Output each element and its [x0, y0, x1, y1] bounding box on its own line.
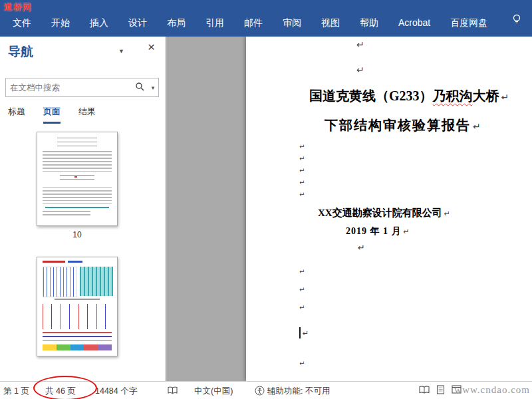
document-title-line1: 国道克黄线（G233）乃积沟大桥↵ [309, 87, 509, 105]
thumbnail-figure-rebar [43, 267, 77, 297]
document-date-line: 2019 年 1 月↵ [346, 225, 410, 237]
thumbnail-formula-graphic [57, 138, 97, 147]
title-text: 下部结构审核验算报告 [325, 118, 471, 132]
paragraph-mark: ↵ [299, 360, 305, 367]
nav-close-icon[interactable]: × [148, 40, 155, 55]
ribbon-tab-references[interactable]: 引用 [196, 14, 234, 33]
read-mode-icon[interactable] [419, 385, 430, 396]
search-dropdown-icon[interactable]: ▾ [148, 84, 158, 91]
proofing-icon[interactable] [168, 386, 178, 397]
status-language[interactable]: 中文(中国) [194, 386, 233, 397]
paragraph-mark: ↵ [501, 92, 509, 102]
accessibility-icon[interactable] [255, 386, 265, 398]
ribbon-tab-help[interactable]: 帮助 [350, 14, 388, 33]
nav-dropdown-icon[interactable]: ▼ [118, 48, 124, 55]
search-input[interactable] [6, 83, 132, 92]
status-bar: 第 1 页 共 46 页 14484 个字 中文(中国) 辅助功能: 不可用 [0, 381, 532, 399]
nav-pane-title: 导航 [8, 43, 33, 61]
page-thumbnail-11[interactable] [37, 257, 118, 356]
thumbnail-text-graphic [43, 151, 112, 172]
search-box[interactable]: ▾ [5, 78, 159, 97]
thumbnail-formula-graphic [60, 175, 94, 183]
ribbon-tab-file[interactable]: 文件 [3, 14, 41, 33]
thumbnail-text-graphic [43, 187, 112, 204]
status-word-count[interactable]: 14484 个字 [95, 386, 137, 397]
thumbnail-heading-graphic [68, 261, 82, 263]
paragraph-mark: ↵ [473, 121, 481, 132]
ribbon: 道桥网 文件 开始 插入 设计 布局 引用 邮件 审阅 视图 帮助 Acroba… [0, 0, 532, 37]
thumbnail-teal-line [45, 207, 109, 208]
paragraph-mark: ↵ [299, 304, 305, 311]
watermark-top-left: 道桥网 [4, 1, 32, 13]
paragraph-mark: ↵ [358, 243, 365, 253]
title-text-spellcheck: 乃积沟 [433, 88, 473, 103]
thumbnail-figure-piers [43, 304, 112, 329]
paragraph-mark: ↵ [356, 39, 364, 50]
paragraph-mark: ↵ [299, 268, 305, 275]
paragraph-mark: ↵ [299, 155, 305, 162]
paragraph-mark: ↵ [444, 209, 450, 218]
text-cursor [299, 327, 301, 338]
document-title-line2: 下部结构审核验算报告↵ [325, 116, 481, 134]
paragraph-mark: ↵ [303, 329, 309, 338]
ribbon-tab-design[interactable]: 设计 [118, 14, 157, 33]
ribbon-tab-acrobat[interactable]: Acrobat [388, 14, 440, 33]
ribbon-tab-baidu-netdisk[interactable]: 百度网盘 [440, 14, 497, 33]
nav-tabs: 标题 页面 结果 [8, 106, 96, 124]
paragraph-mark: ↵ [299, 286, 305, 293]
nav-tab-results[interactable]: 结果 [78, 106, 96, 124]
thumbnail-heading-graphic [43, 261, 65, 263]
nav-tab-pages[interactable]: 页面 [43, 106, 61, 124]
ribbon-tab-bar: 文件 开始 插入 设计 布局 引用 邮件 审阅 视图 帮助 Acrobat 百度… [3, 14, 497, 33]
lightbulb-icon[interactable] [511, 13, 523, 28]
word-window: 道桥网 文件 开始 插入 设计 布局 引用 邮件 审阅 视图 帮助 Acroba… [0, 0, 532, 399]
date-text: 2019 年 1 月 [346, 226, 402, 236]
watermark-bottom-right: www.cndao.com [454, 384, 530, 396]
thumbnail-red-mark [74, 176, 77, 178]
paragraph-mark: ↵ [356, 65, 364, 75]
search-icon[interactable] [132, 82, 148, 94]
page-thumbnail-10[interactable] [37, 132, 118, 226]
paragraph-mark: ↵ [299, 179, 305, 186]
status-accessibility[interactable]: 辅助功能: 不可用 [267, 386, 330, 397]
ribbon-tab-home[interactable]: 开始 [41, 14, 80, 33]
status-page-number[interactable]: 第 1 页 [3, 386, 29, 397]
ribbon-tab-layout[interactable]: 布局 [157, 14, 196, 33]
thumbnail-diagram-lines [43, 332, 112, 340]
document-area: ↵ ↵ 国道克黄线（G233）乃积沟大桥↵ 下部结构审核验算报告↵ ↵ ↵ ↵ … [166, 37, 532, 381]
document-company-line: XX交通勘察设计院有限公司↵ [318, 207, 450, 219]
ribbon-tab-mailings[interactable]: 邮件 [234, 14, 273, 33]
paragraph-mark: ↵ [404, 227, 410, 236]
paragraph-mark: ↵ [299, 143, 305, 150]
thumbnail-page-number: 10 [0, 230, 154, 239]
paragraph-mark: ↵ [299, 191, 305, 198]
paragraph-mark: ↵ [299, 167, 305, 174]
document-page[interactable]: ↵ ↵ 国道克黄线（G233）乃积沟大桥↵ 下部结构审核验算报告↵ ↵ ↵ ↵ … [246, 37, 532, 381]
ribbon-tab-insert[interactable]: 插入 [80, 14, 118, 33]
thumbnail-text-graphic [43, 211, 90, 217]
navigation-pane: 导航 ▼ × ▾ 标题 页面 结果 10 [0, 37, 166, 381]
status-total-pages[interactable]: 共 46 页 [45, 386, 76, 397]
print-layout-icon[interactable] [436, 385, 445, 396]
nav-tab-headings[interactable]: 标题 [8, 106, 25, 124]
thumbnail-figure-teal [80, 267, 113, 296]
ribbon-tab-view[interactable]: 视图 [311, 14, 350, 33]
page-thumbnail-list: 10 [0, 126, 166, 381]
thumbnail-colorbar [43, 344, 112, 350]
title-text: 大桥 [473, 88, 499, 103]
ribbon-tab-review[interactable]: 审阅 [273, 14, 311, 33]
thumbnail-caption-graphic [55, 299, 100, 300]
title-text: 国道克黄线（G233） [309, 88, 433, 103]
company-text: XX交通勘察设计院有限公司 [318, 207, 442, 218]
